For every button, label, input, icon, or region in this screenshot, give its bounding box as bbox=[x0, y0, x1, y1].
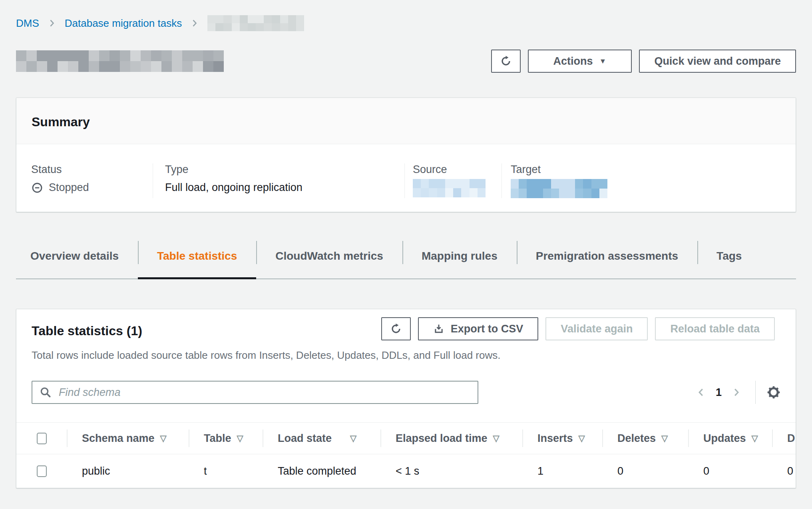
breadcrumb-link-dms[interactable]: DMS bbox=[16, 17, 39, 30]
table-statistics-header: Table statistics (1) bbox=[16, 309, 796, 340]
pager-divider bbox=[755, 381, 756, 404]
breadcrumb-link-tasks[interactable]: Database migration tasks bbox=[65, 17, 182, 30]
row-select-cell bbox=[16, 454, 67, 488]
status-value: Stopped bbox=[31, 181, 153, 194]
cell-deletes: 0 bbox=[602, 465, 688, 477]
cell-elapsed-load-time: < 1 s bbox=[380, 465, 522, 477]
tab-tags[interactable]: Tags bbox=[697, 240, 761, 278]
table-filter-row: 1 bbox=[32, 381, 780, 404]
current-page-number[interactable]: 1 bbox=[716, 386, 722, 399]
chevron-right-icon bbox=[190, 18, 199, 28]
tab-mapping-rules[interactable]: Mapping rules bbox=[402, 240, 517, 278]
breadcrumb: DMS Database migration tasks bbox=[16, 0, 796, 31]
summary-field-target: Target bbox=[502, 163, 796, 198]
table-row[interactable]: public t Table completed < 1 s 1 0 0 0 bbox=[16, 454, 796, 488]
cell-table: t bbox=[189, 465, 263, 477]
summary-header: Summary bbox=[16, 98, 796, 144]
column-header-deletes[interactable]: Deletes▽ bbox=[602, 423, 688, 454]
row-checkbox[interactable] bbox=[37, 465, 47, 477]
schema-search bbox=[32, 381, 478, 404]
reload-table-data-button[interactable]: Reload table data bbox=[655, 317, 775, 340]
quick-view-compare-button[interactable]: Quick view and compare bbox=[639, 50, 796, 73]
column-header-elapsed-load-time[interactable]: Elapsed load time▽ bbox=[380, 423, 522, 454]
summary-title: Summary bbox=[32, 115, 780, 129]
cell-updates: 0 bbox=[688, 465, 772, 477]
find-schema-input[interactable] bbox=[32, 381, 478, 404]
source-label: Source bbox=[413, 163, 502, 176]
table-statistics-toolbar: Export to CSV Validate again Reload tabl… bbox=[381, 317, 775, 340]
caret-down-icon: ▼ bbox=[599, 58, 607, 65]
cell-inserts: 1 bbox=[522, 465, 602, 477]
source-value-redacted[interactable] bbox=[413, 179, 486, 197]
search-icon bbox=[40, 386, 52, 398]
actions-button[interactable]: Actions ▼ bbox=[528, 50, 632, 73]
validate-again-button[interactable]: Validate again bbox=[545, 317, 648, 340]
refresh-button[interactable] bbox=[491, 50, 521, 73]
table-preferences-gear-icon[interactable] bbox=[767, 386, 780, 399]
tab-table-statistics[interactable]: Table statistics bbox=[138, 240, 256, 278]
breadcrumb-current-redacted bbox=[207, 15, 304, 31]
previous-page-button[interactable] bbox=[692, 383, 710, 402]
summary-card: Summary Status Stopped Type Full load, o… bbox=[16, 97, 796, 212]
pagination: 1 bbox=[692, 381, 780, 404]
table-statistics-title: Table statistics (1) bbox=[32, 324, 142, 338]
task-tabs: Overview details Table statistics CloudW… bbox=[16, 240, 796, 279]
column-header-inserts[interactable]: Inserts▽ bbox=[522, 423, 602, 454]
select-all-cell bbox=[16, 423, 67, 454]
cell-ddls-clipped: 0 bbox=[772, 465, 796, 477]
tab-overview-details[interactable]: Overview details bbox=[16, 240, 138, 278]
sort-icon[interactable]: ▽ bbox=[237, 433, 243, 443]
sort-icon[interactable]: ▽ bbox=[579, 433, 585, 443]
type-label: Type bbox=[165, 163, 404, 176]
status-label: Status bbox=[31, 163, 153, 176]
dms-task-page: DMS Database migration tasks Actions bbox=[0, 0, 812, 488]
summary-field-source: Source bbox=[404, 163, 502, 198]
refresh-icon bbox=[500, 55, 512, 67]
next-page-button[interactable] bbox=[727, 383, 746, 402]
download-icon bbox=[433, 323, 444, 334]
cell-load-state: Table completed bbox=[263, 465, 380, 477]
table-header-row: Schema name▽ Table▽ Load state▽ Elapsed … bbox=[16, 423, 796, 454]
summary-field-status: Status Stopped bbox=[16, 163, 153, 198]
table-statistics-description: Total rows include loaded source table r… bbox=[16, 349, 796, 362]
refresh-icon bbox=[390, 323, 402, 335]
sort-icon[interactable]: ▽ bbox=[493, 433, 500, 443]
column-header-updates[interactable]: Updates▽ bbox=[688, 423, 772, 454]
sort-icon[interactable]: ▽ bbox=[160, 433, 167, 443]
tab-premigration-assessments[interactable]: Premigration assessments bbox=[517, 240, 697, 278]
page-header-actions: Actions ▼ Quick view and compare bbox=[491, 50, 796, 73]
target-value-redacted[interactable] bbox=[511, 179, 607, 198]
export-to-csv-button[interactable]: Export to CSV bbox=[418, 317, 539, 340]
column-header-ddls-clipped[interactable]: D bbox=[772, 423, 796, 454]
table-statistics-card: Table statistics (1) bbox=[16, 309, 796, 488]
sort-icon[interactable]: ▽ bbox=[661, 433, 668, 443]
table-statistics-table: Schema name▽ Table▽ Load state▽ Elapsed … bbox=[16, 422, 796, 488]
column-header-load-state[interactable]: Load state▽ bbox=[263, 423, 380, 454]
page-header: Actions ▼ Quick view and compare bbox=[16, 50, 796, 73]
target-label: Target bbox=[511, 163, 796, 176]
cell-schema-name: public bbox=[67, 465, 189, 477]
column-header-table[interactable]: Table▽ bbox=[189, 423, 263, 454]
sort-icon[interactable]: ▽ bbox=[350, 433, 356, 443]
column-header-schema-name[interactable]: Schema name▽ bbox=[67, 423, 189, 454]
tab-cloudwatch-metrics[interactable]: CloudWatch metrics bbox=[256, 240, 402, 278]
summary-body: Status Stopped Type Full load, ongoing r… bbox=[16, 144, 796, 212]
table-refresh-button[interactable] bbox=[381, 317, 411, 340]
page-title-redacted bbox=[16, 50, 224, 72]
select-all-checkbox[interactable] bbox=[37, 433, 47, 444]
type-value: Full load, ongoing replication bbox=[165, 181, 404, 194]
stopped-icon bbox=[31, 182, 43, 194]
chevron-right-icon bbox=[47, 18, 57, 28]
sort-icon[interactable]: ▽ bbox=[752, 433, 758, 443]
summary-field-type: Type Full load, ongoing replication bbox=[153, 163, 404, 198]
